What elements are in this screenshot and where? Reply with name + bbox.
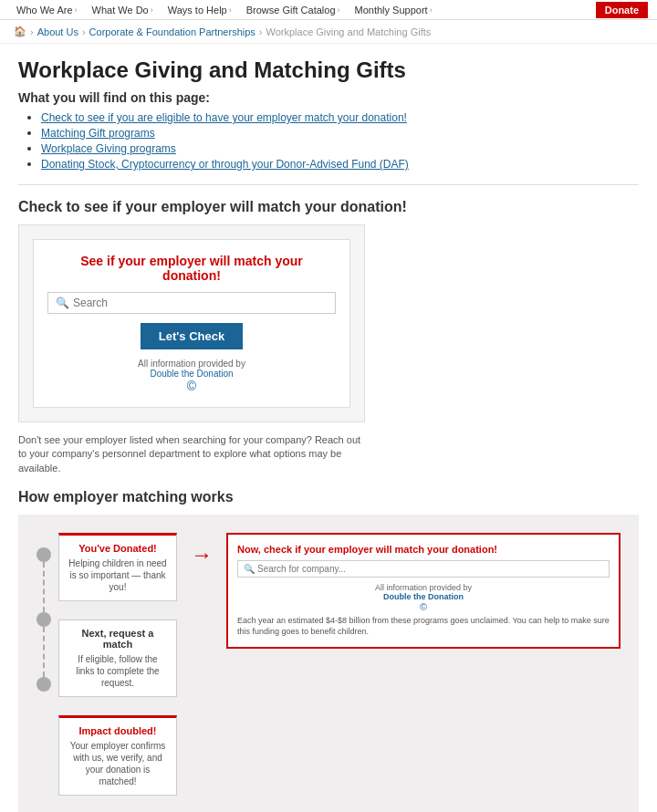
employer-search-input[interactable] xyxy=(73,297,328,309)
connector-dot-2 xyxy=(36,612,51,627)
double-donation-link[interactable]: Double the Donation xyxy=(150,369,233,379)
how-matching-title: How employer matching works xyxy=(18,489,639,505)
steps-column: You've Donated! Helping children in need… xyxy=(58,533,177,796)
search-icon: 🔍 xyxy=(56,297,69,309)
toc-item-1[interactable]: Check to see if you are eligible to have… xyxy=(41,111,407,124)
breadcrumb: 🏠 › About Us › Corporate & Foundation Pa… xyxy=(0,20,657,44)
right-panel: Now, check if your employer will match y… xyxy=(226,533,620,657)
right-note: Each year an estimated $4-$8 billion fro… xyxy=(237,616,610,637)
breadcrumb-corporate[interactable]: Corporate & Foundation Partnerships xyxy=(89,26,256,37)
mini-search-icon: 🔍 xyxy=(244,564,255,574)
nav-ways-to-help[interactable]: Ways to Help › xyxy=(161,5,239,16)
widget-title: See if your employer will match your don… xyxy=(47,254,336,283)
nav-monthly-support[interactable]: Monthly Support › xyxy=(348,5,440,16)
widget-footer: All information provided by Double the D… xyxy=(47,359,336,393)
section-divider xyxy=(18,184,639,185)
toc-list: Check to see if you are eligible to have… xyxy=(18,110,639,171)
lets-check-button[interactable]: Let's Check xyxy=(141,323,243,349)
breadcrumb-separator: › xyxy=(30,26,34,37)
donate-button[interactable]: Donate xyxy=(596,2,648,18)
page-title: Workplace Giving and Matching Gifts xyxy=(18,57,639,83)
toc-item-4[interactable]: Donating Stock, Cryptocurrency or throug… xyxy=(41,158,409,171)
employer-check-title: Check to see if your employer will match… xyxy=(18,199,639,215)
employer-search-box[interactable]: 🔍 xyxy=(47,292,336,314)
employer-widget: See if your employer will match your don… xyxy=(33,239,350,408)
step-request-box: Next, request a match If eligible, follo… xyxy=(58,619,177,697)
connector-column xyxy=(36,533,51,692)
step-impact-box: Impact doubled! Your employer confirms w… xyxy=(58,715,177,796)
breadcrumb-separator: › xyxy=(259,26,263,37)
right-footer: All information provided by Double the D… xyxy=(237,583,610,612)
toc-item-3[interactable]: Workplace Giving programs xyxy=(41,142,176,155)
nav-browse-gift-catalog[interactable]: Browse Gift Catalog › xyxy=(239,5,348,16)
connector-dot-1 xyxy=(36,547,51,562)
home-icon[interactable]: 🏠 xyxy=(14,26,26,37)
main-content: Workplace Giving and Matching Gifts What… xyxy=(0,44,657,812)
employer-widget-container: See if your employer will match your don… xyxy=(18,224,365,422)
right-search-input[interactable] xyxy=(257,564,603,574)
main-nav: Who We Are › What We Do › Ways to Help ›… xyxy=(0,0,657,20)
right-search-box[interactable]: 🔍 xyxy=(237,560,610,578)
connector-dot-3 xyxy=(36,677,51,692)
chevron-icon: › xyxy=(75,5,78,15)
breadcrumb-about-us[interactable]: About Us xyxy=(37,26,78,37)
chevron-icon: › xyxy=(151,5,153,15)
breadcrumb-separator: › xyxy=(82,26,86,37)
toc-title: What you will find on this page: xyxy=(18,90,639,105)
chevron-icon: › xyxy=(229,5,232,15)
widget-note: Don't see your employer listed when sear… xyxy=(18,433,365,475)
step-donated-box: You've Donated! Helping children in need… xyxy=(58,533,177,601)
breadcrumb-current: Workplace Giving and Matching Gifts xyxy=(266,26,431,37)
nav-what-we-do[interactable]: What We Do › xyxy=(85,5,161,16)
nav-who-we-are[interactable]: Who We Are › xyxy=(9,5,85,16)
toc-item-2[interactable]: Matching Gift programs xyxy=(41,127,155,140)
right-check-box: Now, check if your employer will match y… xyxy=(226,533,620,648)
arrow-right-icon: → xyxy=(191,542,213,567)
arrow-column: → xyxy=(191,533,213,567)
chevron-icon: › xyxy=(430,5,433,15)
matching-diagram: You've Donated! Helping children in need… xyxy=(18,515,639,812)
chevron-icon: › xyxy=(338,5,340,15)
left-column: You've Donated! Helping children in need… xyxy=(36,533,177,796)
